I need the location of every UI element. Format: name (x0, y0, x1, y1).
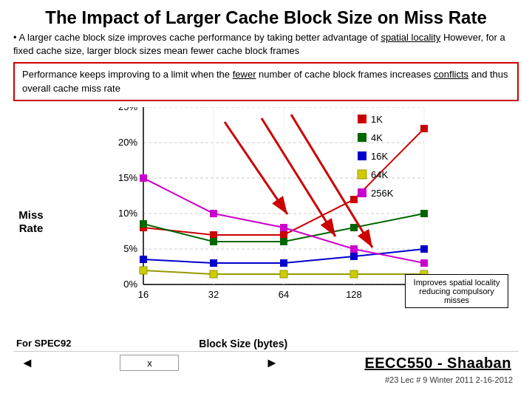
svg-rect-39 (210, 270, 217, 278)
svg-line-59 (262, 118, 335, 236)
svg-text:256K: 256K (371, 188, 394, 199)
nav-right-arrow[interactable]: ► (265, 355, 279, 371)
bottom-row: For SPEC92 Block Size (bytes) (13, 338, 519, 349)
svg-rect-29 (210, 238, 217, 245)
svg-rect-34 (210, 259, 217, 267)
svg-rect-32 (420, 210, 428, 217)
svg-text:1K: 1K (371, 114, 383, 125)
nav-left-arrow[interactable]: ◄ (21, 355, 34, 371)
svg-rect-41 (350, 270, 358, 278)
svg-rect-46 (350, 245, 358, 253)
svg-rect-35 (280, 259, 287, 267)
svg-text:32: 32 (208, 289, 219, 300)
svg-text:15%: 15% (118, 172, 137, 183)
page-title: The Impact of Larger Cache Block Size on… (13, 7, 519, 28)
svg-rect-45 (280, 224, 287, 231)
svg-rect-40 (280, 270, 287, 278)
svg-text:25%: 25% (118, 107, 137, 112)
slide-input[interactable] (120, 355, 179, 371)
svg-line-58 (225, 122, 287, 214)
chart-container: 25% 20% 15% 10% 5% 0% 16 32 64 128 256 (49, 107, 519, 336)
svg-text:16: 16 (138, 289, 149, 300)
eecc-label: EECC550 - Shaaban (364, 355, 511, 372)
chart-area: MissRate 25% 20% 15% (13, 107, 519, 336)
svg-text:64K: 64K (371, 169, 388, 180)
x-axis-label: Block Size (bytes) (71, 338, 415, 349)
subtitle-text: • A larger cache block size improves cac… (13, 31, 519, 58)
svg-rect-48 (358, 115, 366, 123)
svg-rect-30 (280, 238, 287, 245)
svg-text:128: 128 (346, 289, 362, 300)
svg-rect-43 (140, 174, 147, 182)
svg-rect-44 (210, 210, 217, 217)
svg-rect-33 (140, 256, 147, 263)
svg-text:0%: 0% (123, 279, 137, 290)
y-axis-label: MissRate (13, 107, 49, 336)
svg-rect-38 (140, 267, 147, 274)
svg-text:20%: 20% (118, 137, 137, 148)
spec-label: For SPEC92 (16, 338, 71, 349)
callout-box: Performance keeps improving to a limit w… (13, 62, 519, 100)
svg-rect-50 (358, 133, 366, 142)
svg-rect-47 (420, 259, 428, 267)
svg-rect-31 (350, 224, 358, 231)
svg-text:16K: 16K (371, 151, 388, 162)
svg-text:64: 64 (279, 289, 289, 300)
svg-rect-56 (358, 188, 366, 197)
svg-rect-26 (350, 196, 358, 203)
bottom-bar: ◄ ► EECC550 - Shaaban (13, 351, 519, 375)
svg-rect-27 (420, 125, 428, 132)
spatial-note: Improves spatial locality reducing compu… (405, 274, 508, 308)
svg-rect-54 (358, 170, 366, 179)
svg-text:4K: 4K (371, 132, 383, 143)
svg-rect-37 (420, 245, 428, 253)
svg-rect-24 (210, 231, 217, 239)
svg-rect-28 (140, 220, 147, 228)
svg-text:10%: 10% (118, 208, 137, 219)
svg-text:5%: 5% (123, 243, 137, 254)
slide-info: #23 Lec # 9 Winter 2011 2-16-2012 (13, 375, 519, 384)
slide: The Impact of Larger Cache Block Size on… (0, 0, 532, 399)
svg-rect-36 (350, 253, 358, 260)
svg-rect-25 (280, 231, 287, 239)
svg-rect-52 (358, 151, 366, 160)
